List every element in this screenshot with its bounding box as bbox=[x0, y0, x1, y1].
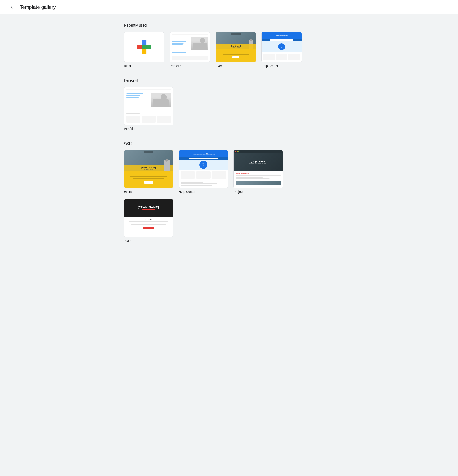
back-button[interactable] bbox=[7, 3, 16, 12]
template-blank[interactable]: Blank bbox=[124, 32, 164, 68]
portfolio-personal-thumbnail bbox=[124, 87, 173, 125]
header: Template gallery bbox=[0, 0, 458, 14]
team-work-thumbnail: [TEAM NAME] WELCOME bbox=[124, 199, 173, 237]
helpcenter-work-thumbnail: How can we help you? Providing you with … bbox=[179, 150, 228, 188]
portfolio-recent-thumbnail bbox=[170, 32, 210, 62]
template-helpcenter-work[interactable]: How can we help you? Providing you with … bbox=[179, 150, 228, 194]
personal-section: Personal bbox=[124, 78, 334, 131]
helpcenter-recent-thumbnail: How can we help you? ? bbox=[261, 32, 302, 62]
page-title: Template gallery bbox=[20, 4, 56, 10]
template-event-recent[interactable]: From Event to Event [Event Name] at [Ven… bbox=[215, 32, 256, 68]
helpcenter-work-label: Help Center bbox=[179, 190, 228, 194]
template-portfolio-recent[interactable]: Portfolio bbox=[170, 32, 210, 68]
blank-thumbnail bbox=[124, 32, 164, 62]
recently-used-grid: Blank bbox=[124, 32, 334, 68]
work-grid: From Event to Event [Event Name] at [Ven… bbox=[124, 150, 334, 243]
event-recent-label: Event bbox=[215, 64, 256, 68]
template-team-work[interactable]: [TEAM NAME] WELCOME Team bbox=[124, 199, 173, 243]
recently-used-section: Recently used bbox=[124, 23, 334, 68]
work-section: Work From Event to Event bbox=[124, 141, 334, 243]
template-helpcenter-recent[interactable]: How can we help you? ? bbox=[261, 32, 302, 68]
work-title: Work bbox=[124, 141, 334, 145]
event-recent-thumbnail: From Event to Event [Event Name] at [Ven… bbox=[215, 32, 256, 62]
portfolio-recent-label: Portfolio bbox=[170, 64, 210, 68]
main-content: Recently used bbox=[117, 14, 341, 262]
event-work-label: Event bbox=[124, 190, 173, 194]
project-work-label: Project bbox=[234, 190, 283, 194]
helpcenter-recent-label: Help Center bbox=[261, 64, 302, 68]
template-event-work[interactable]: From Event to Event [Event Name] at [Ven… bbox=[124, 150, 173, 194]
template-project-work[interactable]: [Project Name] A one-line description of… bbox=[234, 150, 283, 194]
project-work-thumbnail: [Project Name] A one-line description of… bbox=[234, 150, 283, 188]
personal-title: Personal bbox=[124, 78, 334, 83]
team-work-label: Team bbox=[124, 239, 173, 243]
recently-used-title: Recently used bbox=[124, 23, 334, 27]
google-plus-icon bbox=[137, 41, 151, 54]
template-portfolio-personal[interactable]: Portfolio bbox=[124, 87, 173, 131]
personal-grid: Portfolio bbox=[124, 87, 334, 131]
event-work-thumbnail: From Event to Event [Event Name] at [Ven… bbox=[124, 150, 173, 188]
portfolio-personal-label: Portfolio bbox=[124, 127, 173, 131]
blank-label: Blank bbox=[124, 64, 164, 68]
